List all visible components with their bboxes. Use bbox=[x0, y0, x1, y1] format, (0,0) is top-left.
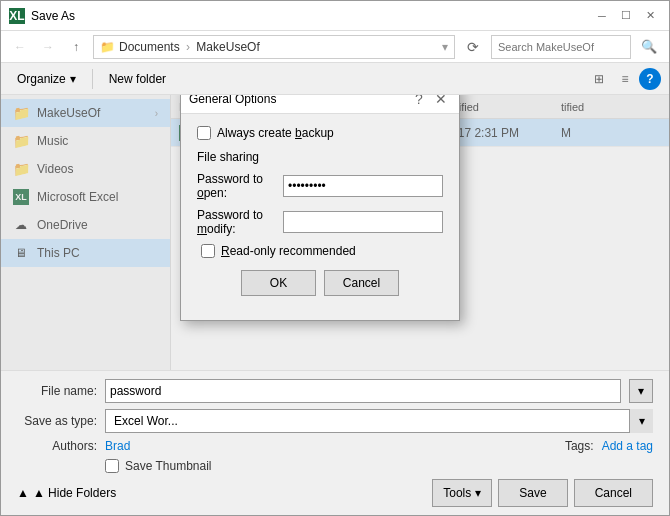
toolbar: Organize ▾ New folder ⊞ ≡ ? bbox=[1, 63, 669, 95]
dialog-controls: ? ✕ bbox=[409, 95, 451, 109]
always-backup-checkbox[interactable] bbox=[197, 126, 211, 140]
save-thumbnail-label: Save Thumbnail bbox=[105, 459, 212, 473]
bottom-section: File name: ▾ Save as type: Excel Wor... … bbox=[1, 370, 669, 515]
dialog-body: Always create backup File sharing Passwo… bbox=[181, 114, 459, 320]
back-button[interactable]: ← bbox=[9, 36, 31, 58]
address-bar: ← → ↑ 📁 Documents › MakeUseOf ▾ ⟳ 🔍 bbox=[1, 31, 669, 63]
close-button[interactable]: ✕ bbox=[639, 5, 661, 27]
forward-button[interactable]: → bbox=[37, 36, 59, 58]
hide-folders-button[interactable]: ▲ ▲ Hide Folders bbox=[17, 486, 116, 500]
help-button[interactable]: ? bbox=[639, 68, 661, 90]
title-bar: XL Save As ─ ☐ ✕ bbox=[1, 1, 669, 31]
always-backup-label: Always create backup bbox=[217, 126, 334, 140]
file-name-row: File name: ▾ bbox=[17, 379, 653, 403]
maximize-button[interactable]: ☐ bbox=[615, 5, 637, 27]
save-thumbnail-checkbox[interactable] bbox=[105, 459, 119, 473]
file-name-dropdown[interactable]: ▾ bbox=[629, 379, 653, 403]
tools-dropdown-icon: ▾ bbox=[475, 486, 481, 500]
password-modify-row: Password to modify: bbox=[197, 208, 443, 236]
toolbar-separator bbox=[92, 69, 93, 89]
organize-dropdown-icon: ▾ bbox=[70, 72, 76, 86]
dialog-footer: OK Cancel bbox=[197, 270, 443, 308]
up-button[interactable]: ↑ bbox=[65, 36, 87, 58]
excel-app-icon: XL bbox=[9, 8, 25, 24]
file-name-input[interactable] bbox=[105, 379, 621, 403]
tags-add-link[interactable]: Add a tag bbox=[602, 439, 653, 453]
dialog-title-bar: General Options ? ✕ bbox=[181, 95, 459, 114]
refresh-button[interactable]: ⟳ bbox=[461, 35, 485, 59]
password-open-input[interactable] bbox=[283, 175, 443, 197]
save-type-select[interactable]: Excel Wor... bbox=[105, 409, 653, 433]
thumbnail-row: Save Thumbnail bbox=[17, 459, 653, 473]
sort-options-button[interactable]: ≡ bbox=[613, 67, 637, 91]
new-folder-button[interactable]: New folder bbox=[101, 67, 174, 91]
password-open-row: Password to open: bbox=[197, 172, 443, 200]
breadcrumb-dropdown-icon: ▾ bbox=[442, 40, 448, 54]
dialog-help-button[interactable]: ? bbox=[409, 95, 429, 109]
password-modify-label: Password to modify: bbox=[197, 208, 275, 236]
view-toggle-button[interactable]: ⊞ bbox=[587, 67, 611, 91]
dialog-ok-button[interactable]: OK bbox=[241, 270, 316, 296]
authors-label: Authors: bbox=[17, 439, 97, 453]
toolbar-right-controls: ⊞ ≡ ? bbox=[587, 67, 661, 91]
dialog-title: General Options bbox=[189, 95, 409, 106]
save-as-window: XL Save As ─ ☐ ✕ ← → ↑ 📁 Documents › Mak… bbox=[0, 0, 670, 516]
footer-row: ▲ ▲ Hide Folders Tools ▾ Save Cancel bbox=[17, 479, 653, 507]
search-input[interactable] bbox=[491, 35, 631, 59]
readonly-checkbox[interactable] bbox=[201, 244, 215, 258]
always-backup-row: Always create backup bbox=[197, 126, 443, 140]
file-name-label: File name: bbox=[17, 384, 97, 398]
main-content: 📁 MakeUseOf › 📁 Music 📁 Videos XL Micros… bbox=[1, 95, 669, 370]
hide-folders-label: ▲ Hide Folders bbox=[33, 486, 116, 500]
cancel-button[interactable]: Cancel bbox=[574, 479, 653, 507]
readonly-row: Read-only recommended bbox=[197, 244, 443, 258]
password-modify-input[interactable] bbox=[283, 211, 443, 233]
save-type-row: Save as type: Excel Wor... ▾ bbox=[17, 409, 653, 433]
breadcrumb-text: Documents › MakeUseOf bbox=[119, 40, 260, 54]
footer-buttons: Tools ▾ Save Cancel bbox=[432, 479, 653, 507]
tools-button[interactable]: Tools ▾ bbox=[432, 479, 492, 507]
window-title: Save As bbox=[31, 9, 591, 23]
general-options-dialog: General Options ? ✕ Always create backup bbox=[180, 95, 460, 321]
hide-folders-icon: ▲ bbox=[17, 486, 29, 500]
organize-button[interactable]: Organize ▾ bbox=[9, 67, 84, 91]
tools-label: Tools bbox=[443, 486, 471, 500]
window-controls: ─ ☐ ✕ bbox=[591, 5, 661, 27]
breadcrumb[interactable]: 📁 Documents › MakeUseOf ▾ bbox=[93, 35, 455, 59]
minimize-button[interactable]: ─ bbox=[591, 5, 613, 27]
password-open-label: Password to open: bbox=[197, 172, 275, 200]
modal-overlay: General Options ? ✕ Always create backup bbox=[1, 95, 669, 370]
save-thumbnail-text: Save Thumbnail bbox=[125, 459, 212, 473]
save-type-label: Save as type: bbox=[17, 414, 97, 428]
tags-label: Tags: bbox=[514, 439, 594, 453]
authors-row: Authors: Brad Tags: Add a tag bbox=[17, 439, 653, 453]
save-type-wrapper: Excel Wor... ▾ bbox=[105, 409, 653, 433]
dialog-close-button[interactable]: ✕ bbox=[431, 95, 451, 109]
file-sharing-label: File sharing bbox=[197, 150, 443, 164]
readonly-label: Read-only recommended bbox=[221, 244, 356, 258]
authors-value[interactable]: Brad bbox=[105, 439, 130, 453]
dialog-cancel-button[interactable]: Cancel bbox=[324, 270, 399, 296]
save-button[interactable]: Save bbox=[498, 479, 567, 507]
breadcrumb-folder: 📁 bbox=[100, 40, 115, 54]
search-button[interactable]: 🔍 bbox=[637, 35, 661, 59]
